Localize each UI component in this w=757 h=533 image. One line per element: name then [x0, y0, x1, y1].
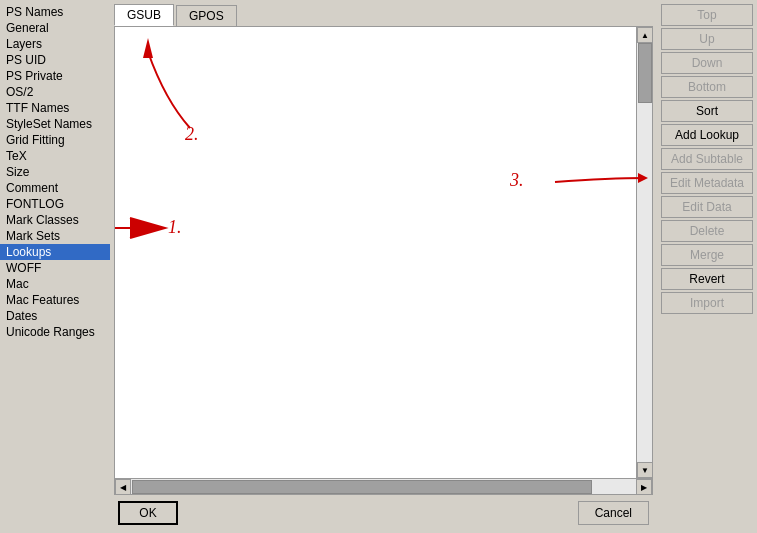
- cancel-button[interactable]: Cancel: [578, 501, 649, 525]
- sidebar-item-tex[interactable]: TeX: [0, 148, 110, 164]
- horizontal-scrollbar[interactable]: ◀ ▶: [115, 478, 652, 494]
- ok-button[interactable]: OK: [118, 501, 178, 525]
- top-button[interactable]: Top: [661, 4, 753, 26]
- add-lookup-button[interactable]: Add Lookup: [661, 124, 753, 146]
- merge-button[interactable]: Merge: [661, 244, 753, 266]
- hscroll-left-button[interactable]: ◀: [115, 479, 131, 495]
- sidebar-item-mac[interactable]: Mac: [0, 276, 110, 292]
- scroll-up-button[interactable]: ▲: [637, 27, 652, 43]
- add-subtable-button[interactable]: Add Subtable: [661, 148, 753, 170]
- up-button[interactable]: Up: [661, 28, 753, 50]
- main-area: GSUBGPOS ▲ ▼ ◀: [110, 0, 657, 533]
- vertical-scrollbar[interactable]: ▲ ▼: [636, 27, 652, 478]
- sidebar-item-ps-uid[interactable]: PS UID: [0, 52, 110, 68]
- hscroll-right-button[interactable]: ▶: [636, 479, 652, 495]
- edit-data-button[interactable]: Edit Data: [661, 196, 753, 218]
- scroll-thumb[interactable]: [638, 43, 652, 103]
- sidebar-item-grid-fitting[interactable]: Grid Fitting: [0, 132, 110, 148]
- tab-bar: GSUBGPOS: [114, 4, 653, 26]
- sidebar-item-ttf-names[interactable]: TTF Names: [0, 100, 110, 116]
- sidebar-item-woff[interactable]: WOFF: [0, 260, 110, 276]
- sidebar-item-dates[interactable]: Dates: [0, 308, 110, 324]
- sidebar-item-mark-sets[interactable]: Mark Sets: [0, 228, 110, 244]
- sidebar-item-unicode-ranges[interactable]: Unicode Ranges: [0, 324, 110, 340]
- scroll-down-button[interactable]: ▼: [637, 462, 652, 478]
- edit-metadata-button[interactable]: Edit Metadata: [661, 172, 753, 194]
- sidebar: PS NamesGeneralLayersPS UIDPS PrivateOS/…: [0, 0, 110, 533]
- down-button[interactable]: Down: [661, 52, 753, 74]
- bottom-buttons: OK Cancel: [114, 495, 653, 529]
- sort-button[interactable]: Sort: [661, 100, 753, 122]
- tab-gpos[interactable]: GPOS: [176, 5, 237, 26]
- scroll-track[interactable]: [637, 43, 652, 462]
- tab-gsub[interactable]: GSUB: [114, 4, 174, 26]
- right-panel: Top Up Down Bottom Sort Add Lookup Add S…: [657, 0, 757, 533]
- sidebar-item-layers[interactable]: Layers: [0, 36, 110, 52]
- bottom-button[interactable]: Bottom: [661, 76, 753, 98]
- sidebar-item-mark-classes[interactable]: Mark Classes: [0, 212, 110, 228]
- hscroll-thumb[interactable]: [132, 480, 592, 494]
- sidebar-item-size[interactable]: Size: [0, 164, 110, 180]
- import-button[interactable]: Import: [661, 292, 753, 314]
- sidebar-item-styleset-names[interactable]: StyleSet Names: [0, 116, 110, 132]
- sidebar-item-comment[interactable]: Comment: [0, 180, 110, 196]
- sidebar-item-fontlog[interactable]: FONTLOG: [0, 196, 110, 212]
- sidebar-item-ps-private[interactable]: PS Private: [0, 68, 110, 84]
- sidebar-item-lookups[interactable]: Lookups: [0, 244, 110, 260]
- sidebar-item-ps-names[interactable]: PS Names: [0, 4, 110, 20]
- hscroll-track[interactable]: [131, 479, 636, 494]
- delete-button[interactable]: Delete: [661, 220, 753, 242]
- sidebar-item-os/2[interactable]: OS/2: [0, 84, 110, 100]
- sidebar-item-mac-features[interactable]: Mac Features: [0, 292, 110, 308]
- content-panel: ▲ ▼ ◀ ▶: [114, 26, 653, 495]
- revert-button[interactable]: Revert: [661, 268, 753, 290]
- lookup-list[interactable]: [115, 27, 636, 478]
- sidebar-item-general[interactable]: General: [0, 20, 110, 36]
